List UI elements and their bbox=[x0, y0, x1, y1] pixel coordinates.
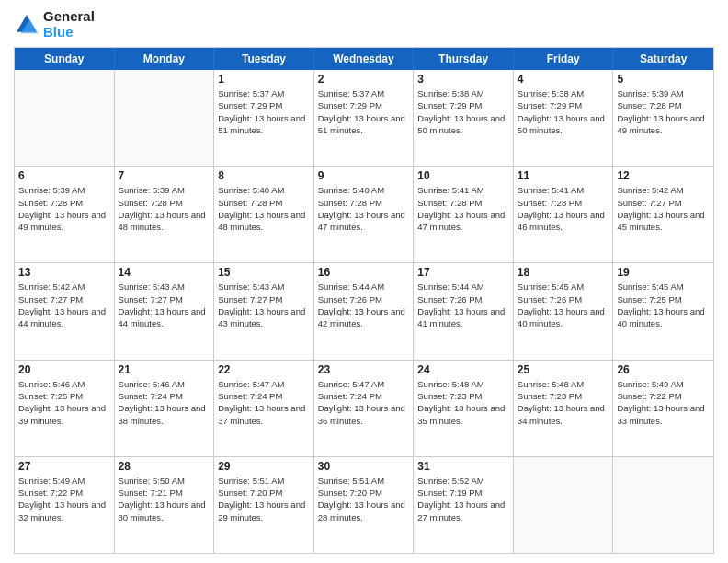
day-number: 30 bbox=[318, 460, 410, 473]
logo: GeneralBlue bbox=[14, 9, 95, 40]
calendar-cell: 8Sunrise: 5:40 AM Sunset: 7:28 PM Daylig… bbox=[214, 167, 314, 262]
day-info: Sunrise: 5:43 AM Sunset: 7:27 PM Dayligh… bbox=[119, 281, 210, 329]
day-info: Sunrise: 5:46 AM Sunset: 7:25 PM Dayligh… bbox=[18, 378, 110, 427]
logo-text: GeneralBlue bbox=[43, 9, 95, 40]
day-number: 4 bbox=[518, 73, 609, 86]
calendar-header-cell: Friday bbox=[514, 48, 614, 70]
logo-icon bbox=[14, 12, 40, 38]
day-number: 14 bbox=[119, 266, 210, 279]
calendar-cell: 5Sunrise: 5:39 AM Sunset: 7:28 PM Daylig… bbox=[613, 70, 713, 166]
day-number: 11 bbox=[518, 169, 609, 182]
calendar-week: 20Sunrise: 5:46 AM Sunset: 7:25 PM Dayli… bbox=[15, 361, 713, 457]
day-info: Sunrise: 5:38 AM Sunset: 7:29 PM Dayligh… bbox=[417, 87, 509, 136]
day-number: 25 bbox=[518, 363, 609, 376]
calendar-cell: 22Sunrise: 5:47 AM Sunset: 7:24 PM Dayli… bbox=[214, 361, 314, 456]
calendar-cell: 4Sunrise: 5:38 AM Sunset: 7:29 PM Daylig… bbox=[514, 70, 614, 166]
day-info: Sunrise: 5:37 AM Sunset: 7:29 PM Dayligh… bbox=[318, 87, 410, 136]
day-number: 1 bbox=[218, 73, 310, 86]
calendar: SundayMondayTuesdayWednesdayThursdayFrid… bbox=[14, 47, 714, 554]
day-number: 6 bbox=[18, 169, 110, 182]
day-number: 15 bbox=[218, 266, 310, 279]
day-info: Sunrise: 5:38 AM Sunset: 7:29 PM Dayligh… bbox=[518, 87, 609, 136]
day-number: 23 bbox=[318, 363, 410, 376]
day-info: Sunrise: 5:42 AM Sunset: 7:27 PM Dayligh… bbox=[617, 184, 710, 233]
day-number: 8 bbox=[218, 169, 310, 182]
day-number: 17 bbox=[417, 266, 509, 279]
calendar-cell: 28Sunrise: 5:50 AM Sunset: 7:21 PM Dayli… bbox=[115, 457, 215, 553]
calendar-cell: 20Sunrise: 5:46 AM Sunset: 7:25 PM Dayli… bbox=[15, 361, 115, 456]
day-info: Sunrise: 5:41 AM Sunset: 7:28 PM Dayligh… bbox=[417, 184, 509, 233]
day-number: 20 bbox=[18, 363, 110, 376]
day-info: Sunrise: 5:40 AM Sunset: 7:28 PM Dayligh… bbox=[218, 184, 310, 233]
day-number: 12 bbox=[617, 169, 710, 182]
calendar-week: 1Sunrise: 5:37 AM Sunset: 7:29 PM Daylig… bbox=[15, 70, 713, 167]
calendar-header-cell: Tuesday bbox=[214, 48, 314, 70]
day-info: Sunrise: 5:47 AM Sunset: 7:24 PM Dayligh… bbox=[218, 378, 310, 427]
day-info: Sunrise: 5:45 AM Sunset: 7:25 PM Dayligh… bbox=[617, 281, 710, 329]
day-number: 26 bbox=[617, 363, 710, 376]
day-info: Sunrise: 5:40 AM Sunset: 7:28 PM Dayligh… bbox=[318, 184, 410, 233]
calendar-header-cell: Thursday bbox=[414, 48, 514, 70]
day-info: Sunrise: 5:37 AM Sunset: 7:29 PM Dayligh… bbox=[218, 87, 310, 136]
calendar-cell: 24Sunrise: 5:48 AM Sunset: 7:23 PM Dayli… bbox=[414, 361, 514, 456]
calendar-cell: 13Sunrise: 5:42 AM Sunset: 7:27 PM Dayli… bbox=[15, 263, 115, 359]
calendar-header-cell: Sunday bbox=[15, 48, 115, 70]
day-info: Sunrise: 5:45 AM Sunset: 7:26 PM Dayligh… bbox=[518, 281, 609, 329]
day-number: 3 bbox=[417, 73, 509, 86]
day-number: 5 bbox=[617, 73, 710, 86]
calendar-cell: 25Sunrise: 5:48 AM Sunset: 7:23 PM Dayli… bbox=[514, 361, 614, 456]
page: GeneralBlue SundayMondayTuesdayWednesday… bbox=[0, 0, 728, 563]
calendar-cell: 6Sunrise: 5:39 AM Sunset: 7:28 PM Daylig… bbox=[15, 167, 115, 262]
calendar-week: 13Sunrise: 5:42 AM Sunset: 7:27 PM Dayli… bbox=[15, 263, 713, 360]
day-info: Sunrise: 5:49 AM Sunset: 7:22 PM Dayligh… bbox=[617, 378, 710, 427]
day-info: Sunrise: 5:43 AM Sunset: 7:27 PM Dayligh… bbox=[218, 281, 310, 329]
calendar-cell: 23Sunrise: 5:47 AM Sunset: 7:24 PM Dayli… bbox=[314, 361, 415, 456]
calendar-cell: 15Sunrise: 5:43 AM Sunset: 7:27 PM Dayli… bbox=[214, 263, 314, 359]
calendar-cell: 26Sunrise: 5:49 AM Sunset: 7:22 PM Dayli… bbox=[613, 361, 713, 456]
day-info: Sunrise: 5:48 AM Sunset: 7:23 PM Dayligh… bbox=[417, 378, 509, 427]
calendar-cell bbox=[115, 70, 215, 166]
calendar-cell: 30Sunrise: 5:51 AM Sunset: 7:20 PM Dayli… bbox=[314, 457, 415, 553]
day-number: 9 bbox=[318, 169, 410, 182]
day-info: Sunrise: 5:48 AM Sunset: 7:23 PM Dayligh… bbox=[518, 378, 609, 427]
calendar-cell: 12Sunrise: 5:42 AM Sunset: 7:27 PM Dayli… bbox=[613, 167, 713, 262]
calendar-header-cell: Wednesday bbox=[314, 48, 415, 70]
day-number: 29 bbox=[218, 460, 310, 473]
calendar-cell: 18Sunrise: 5:45 AM Sunset: 7:26 PM Dayli… bbox=[514, 263, 614, 359]
day-number: 19 bbox=[617, 266, 710, 279]
day-info: Sunrise: 5:51 AM Sunset: 7:20 PM Dayligh… bbox=[318, 475, 410, 523]
calendar-cell bbox=[613, 457, 713, 553]
calendar-cell: 14Sunrise: 5:43 AM Sunset: 7:27 PM Dayli… bbox=[115, 263, 215, 359]
day-number: 22 bbox=[218, 363, 310, 376]
calendar-week: 6Sunrise: 5:39 AM Sunset: 7:28 PM Daylig… bbox=[15, 167, 713, 263]
calendar-cell: 16Sunrise: 5:44 AM Sunset: 7:26 PM Dayli… bbox=[314, 263, 415, 359]
calendar-header-cell: Saturday bbox=[613, 48, 713, 70]
day-info: Sunrise: 5:47 AM Sunset: 7:24 PM Dayligh… bbox=[318, 378, 410, 427]
day-info: Sunrise: 5:39 AM Sunset: 7:28 PM Dayligh… bbox=[119, 184, 210, 233]
day-info: Sunrise: 5:42 AM Sunset: 7:27 PM Dayligh… bbox=[18, 281, 110, 329]
calendar-cell: 29Sunrise: 5:51 AM Sunset: 7:20 PM Dayli… bbox=[214, 457, 314, 553]
day-number: 31 bbox=[417, 460, 509, 473]
calendar-cell: 21Sunrise: 5:46 AM Sunset: 7:24 PM Dayli… bbox=[115, 361, 215, 456]
day-info: Sunrise: 5:50 AM Sunset: 7:21 PM Dayligh… bbox=[119, 475, 210, 523]
calendar-cell: 9Sunrise: 5:40 AM Sunset: 7:28 PM Daylig… bbox=[314, 167, 415, 262]
calendar-cell: 27Sunrise: 5:49 AM Sunset: 7:22 PM Dayli… bbox=[15, 457, 115, 553]
calendar-cell: 17Sunrise: 5:44 AM Sunset: 7:26 PM Dayli… bbox=[414, 263, 514, 359]
day-info: Sunrise: 5:39 AM Sunset: 7:28 PM Dayligh… bbox=[617, 87, 710, 136]
calendar-body: 1Sunrise: 5:37 AM Sunset: 7:29 PM Daylig… bbox=[15, 70, 713, 553]
day-info: Sunrise: 5:49 AM Sunset: 7:22 PM Dayligh… bbox=[18, 475, 110, 523]
day-number: 10 bbox=[417, 169, 509, 182]
day-number: 28 bbox=[119, 460, 210, 473]
header: GeneralBlue bbox=[14, 9, 714, 40]
calendar-week: 27Sunrise: 5:49 AM Sunset: 7:22 PM Dayli… bbox=[15, 457, 713, 553]
day-number: 2 bbox=[318, 73, 410, 86]
calendar-cell: 31Sunrise: 5:52 AM Sunset: 7:19 PM Dayli… bbox=[414, 457, 514, 553]
calendar-cell: 10Sunrise: 5:41 AM Sunset: 7:28 PM Dayli… bbox=[414, 167, 514, 262]
day-number: 27 bbox=[18, 460, 110, 473]
day-number: 21 bbox=[119, 363, 210, 376]
day-number: 24 bbox=[417, 363, 509, 376]
calendar-cell: 19Sunrise: 5:45 AM Sunset: 7:25 PM Dayli… bbox=[613, 263, 713, 359]
calendar-header-cell: Monday bbox=[115, 48, 215, 70]
day-number: 13 bbox=[18, 266, 110, 279]
day-info: Sunrise: 5:39 AM Sunset: 7:28 PM Dayligh… bbox=[18, 184, 110, 233]
